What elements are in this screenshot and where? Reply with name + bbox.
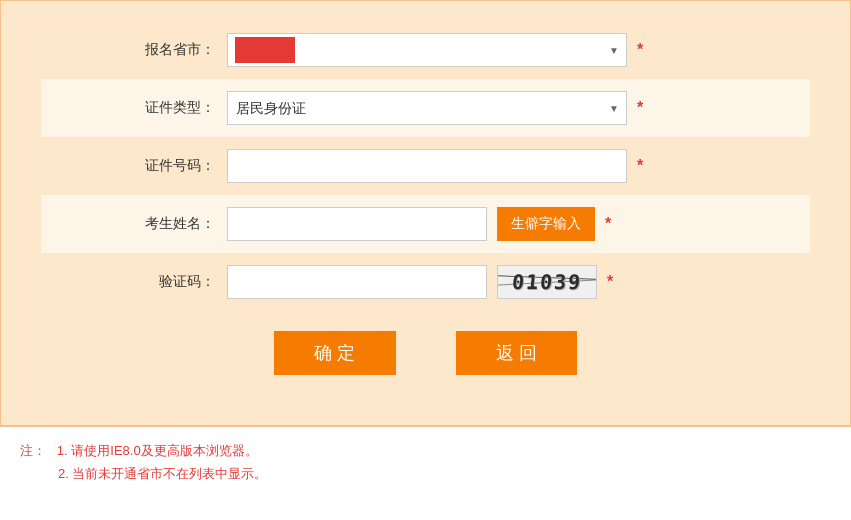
notes-line-1: 1. 请使用IE8.0及更高版本浏览器。: [57, 443, 258, 458]
handwrite-button[interactable]: 生僻字输入: [497, 207, 595, 241]
name-row: 考生姓名： 生僻字输入 *: [41, 195, 810, 253]
id-type-label: 证件类型：: [145, 99, 215, 115]
id-number-row: 证件号码： *: [41, 137, 810, 195]
id-type-select-wrapper: 居民身份证 护照 军官证: [227, 91, 627, 125]
captcha-label: 验证码：: [159, 273, 215, 289]
name-input[interactable]: [227, 207, 487, 241]
captcha-text: 01039: [511, 270, 583, 294]
back-button[interactable]: 返 回: [456, 331, 577, 375]
id-number-required: *: [637, 157, 643, 175]
province-select-wrapper: [227, 33, 627, 67]
id-type-select[interactable]: 居民身份证 护照 军官证: [227, 91, 627, 125]
buttons-row: 确 定 返 回: [41, 331, 810, 375]
confirm-button[interactable]: 确 定: [274, 331, 395, 375]
id-number-input[interactable]: [227, 149, 627, 183]
id-number-label: 证件号码：: [145, 157, 215, 173]
province-row: 报名省市： *: [41, 21, 810, 79]
notes-line-prefix: 注： 1. 请使用IE8.0及更高版本浏览器。: [20, 439, 831, 462]
notes-prefix: 注：: [20, 443, 53, 458]
captcha-input[interactable]: [227, 265, 487, 299]
province-select[interactable]: [227, 33, 627, 67]
province-label: 报名省市：: [145, 41, 215, 57]
notes-line-2: 2. 当前未开通省市不在列表中显示。: [20, 462, 831, 485]
province-required: *: [637, 41, 643, 59]
captcha-row: 验证码： 01039 *: [41, 253, 810, 311]
id-type-required: *: [637, 99, 643, 117]
notes-area: 注： 1. 请使用IE8.0及更高版本浏览器。 2. 当前未开通省市不在列表中显…: [0, 426, 851, 498]
notes-text-2: 2. 当前未开通省市不在列表中显示。: [58, 466, 267, 481]
name-required: *: [605, 215, 611, 233]
main-container: 报名省市： *: [0, 0, 851, 520]
name-label: 考生姓名：: [145, 215, 215, 231]
captcha-required: *: [607, 273, 613, 291]
form-table: 报名省市： *: [41, 21, 810, 311]
id-type-row: 证件类型： 居民身份证 护照 军官证 *: [41, 79, 810, 137]
form-wrapper: 报名省市： *: [0, 0, 851, 426]
captcha-image[interactable]: 01039: [497, 265, 597, 299]
